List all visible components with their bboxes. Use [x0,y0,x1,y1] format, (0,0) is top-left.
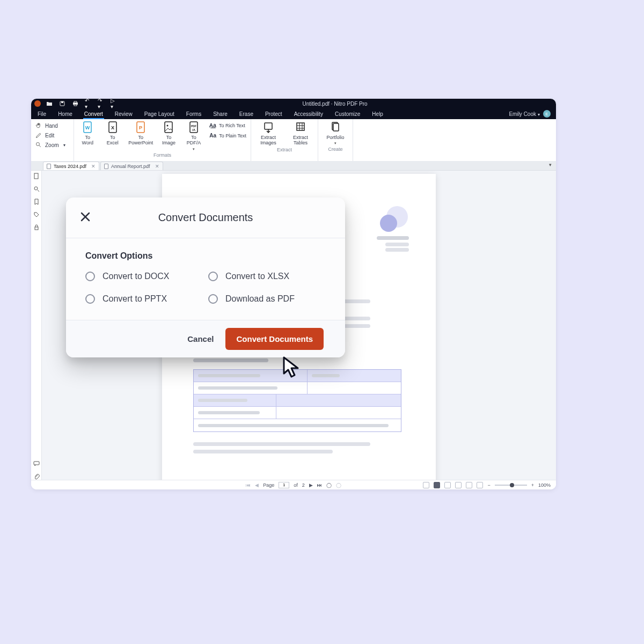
zoom-out-icon[interactable]: − [487,482,490,488]
pages-panel-icon[interactable] [33,173,40,179]
dialog-title: Convert Documents [158,211,253,224]
zoom-percent[interactable]: 100% [538,482,551,488]
ribbon: Hand Edit Zoom ▾ W To [31,119,556,161]
comments-panel-icon[interactable] [33,460,40,467]
tool-to-excel[interactable]: X ToExcel [104,121,122,146]
svg-text:X: X [111,125,114,130]
document-tabstrip: Taxes 2024.pdf ✕ Annual Report.pdf ✕ ▾ [31,161,556,171]
tool-to-image[interactable]: ToImage [159,121,178,146]
menu-review[interactable]: Review [114,109,134,119]
menu-page-layout[interactable]: Page Layout [143,109,175,119]
tool-extract-tables[interactable]: ExtractTables [288,121,313,146]
status-bar: ⏮ ◀ Page of 2 ▶ ⏭ ◯ ◯ − + 100% [31,480,556,489]
view-fullscreen-icon[interactable] [466,482,472,488]
view-presentation-icon[interactable] [477,482,483,488]
security-panel-icon[interactable] [33,224,40,231]
document-tab-1[interactable]: Taxes 2024.pdf ✕ [43,162,99,170]
menu-erase[interactable]: Erase [238,109,254,119]
document-tab-2-close-icon[interactable]: ✕ [155,164,159,169]
file-icon [47,164,51,169]
last-page-icon[interactable]: ⏭ [317,482,322,488]
tool-to-word[interactable]: W ToWord [78,121,97,146]
menu-protect[interactable]: Protect [264,109,283,119]
edit-tool[interactable]: Edit [35,132,69,138]
radio-icon [208,294,218,304]
zoom-slider[interactable] [495,485,527,486]
ribbon-group-create: Portfolio Create [318,119,353,161]
bookmarks-panel-icon[interactable] [33,199,40,205]
hand-tool[interactable]: Hand [35,122,69,129]
view-continuous-icon[interactable] [455,482,462,488]
option-convert-docx[interactable]: Convert to DOCX [85,272,203,281]
view-single-icon[interactable] [423,482,429,488]
nav-back-icon[interactable]: ◯ [326,482,332,488]
svg-text:P: P [139,125,142,130]
undo-icon[interactable]: ↶ ▾ [85,100,91,107]
file-icon [104,164,108,169]
document-tab-2[interactable]: Annual Report.pdf ✕ [100,162,163,170]
ribbon-group-formats: W ToWord X ToExcel P ToPowerPoint ToImag… [74,119,251,161]
page-number-input[interactable] [279,482,289,488]
svg-point-13 [167,125,169,127]
menu-convert[interactable]: Convert [83,109,104,119]
tool-to-plain-text[interactable]: Aa To Plain Text [209,133,246,138]
menu-home[interactable]: Home [57,109,74,119]
menu-customize[interactable]: Customize [334,109,361,119]
option-convert-xlsx[interactable]: Convert to XLSX [208,272,326,281]
tab-dropdown-icon[interactable]: ▾ [549,162,552,167]
open-folder-icon[interactable] [46,100,53,107]
option-convert-pptx[interactable]: Convert to PPTX [85,294,203,304]
cancel-button[interactable]: Cancel [187,334,214,343]
svg-point-5 [36,143,40,146]
tool-extract-images[interactable]: ExtractImages [255,121,281,146]
plaintext-icon: Aa [209,133,216,138]
attachments-panel-icon[interactable] [33,473,40,480]
menu-share[interactable]: Share [212,109,229,119]
zoom-in-icon[interactable]: + [531,482,534,488]
placeholder-logo-shape [380,215,397,232]
print-icon[interactable] [72,100,78,107]
view-facing-icon[interactable] [444,482,451,488]
nav-forward-icon[interactable]: ◯ [336,482,341,488]
prev-page-icon[interactable]: ◀ [255,482,259,488]
app-logo-icon [34,100,41,107]
tool-to-pdfa[interactable]: PDF/A ToPDF/A [185,121,203,151]
user-menu[interactable]: Emily Cook [509,111,540,117]
search-panel-icon[interactable] [33,186,40,192]
page-label: Page [263,482,274,488]
zoom-tool[interactable]: Zoom ▾ [35,142,69,148]
document-tab-1-close-icon[interactable]: ✕ [91,164,96,169]
next-page-icon[interactable]: ▶ [309,482,313,488]
radio-icon [208,272,218,281]
redo-icon[interactable]: ↷ ▾ [98,100,104,107]
svg-rect-20 [333,123,339,131]
first-page-icon[interactable]: ⏮ [246,482,251,488]
dialog-header: Convert Documents [66,197,345,238]
svg-rect-3 [74,101,77,103]
pointer-mode-icon[interactable]: ▷ ▾ [111,100,117,107]
page-total: 2 [302,482,305,488]
dialog-close-button[interactable] [78,209,93,224]
menu-file[interactable]: File [36,109,47,119]
tool-to-powerpoint[interactable]: P ToPowerPoint [128,121,153,146]
zoom-icon [35,142,42,148]
left-panel-bar [31,171,42,480]
svg-rect-24 [34,462,39,465]
menu-help[interactable]: Help [371,109,384,119]
edit-tool-label: Edit [45,133,54,138]
tool-to-rich-text[interactable]: A͟a To Rich Text [209,122,245,128]
option-download-pdf[interactable]: Download as PDF [208,294,326,304]
view-fit-icon[interactable] [434,482,440,488]
convert-documents-button[interactable]: Convert Documents [225,328,324,350]
group-label-create: Create [323,147,348,152]
svg-rect-1 [61,101,63,103]
tool-portfolio[interactable]: Portfolio [323,121,348,145]
save-icon[interactable] [59,100,65,107]
svg-rect-12 [165,122,172,133]
user-avatar[interactable]: E [543,110,551,118]
tags-panel-icon[interactable] [33,211,40,218]
hand-tool-label: Hand [45,123,58,129]
menu-accessibility[interactable]: Accessibility [293,109,324,119]
menu-forms[interactable]: Forms [185,109,202,119]
group-label-formats: Formats [78,152,246,158]
